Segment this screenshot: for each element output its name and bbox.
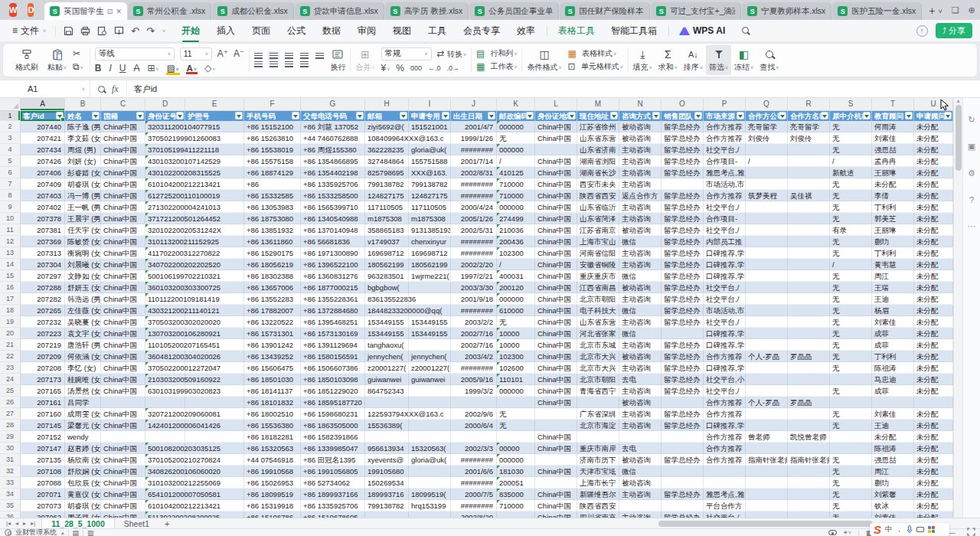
cell[interactable]: China中国 xyxy=(101,236,145,247)
cell[interactable]: 王一帆 (男 xyxy=(65,201,101,213)
cell[interactable]: 未分配 xyxy=(914,489,953,500)
fill-button[interactable]: ⤓填充˅ xyxy=(630,45,655,75)
cell[interactable]: 153449155 xyxy=(409,328,451,339)
copy-icon[interactable]: ⧉˅ xyxy=(73,61,83,72)
cell[interactable]: 无 xyxy=(830,270,872,282)
cell[interactable]: 市场活动,市 xyxy=(704,305,746,316)
cell[interactable]: v1749037 xyxy=(365,236,409,247)
cell[interactable]: 2001/6/6 xyxy=(451,466,497,477)
cell[interactable]: 207369 xyxy=(21,236,65,247)
column-header[interactable]: A xyxy=(21,98,65,110)
cell[interactable]: 刘素佳 xyxy=(872,511,914,518)
cell[interactable]: 207426 xyxy=(21,155,65,167)
borders-button[interactable]: ⊞˅ xyxy=(147,63,158,74)
cell[interactable]: 主动咨询 xyxy=(619,362,662,374)
cell[interactable]: 207145 xyxy=(21,420,65,431)
cell[interactable] xyxy=(101,397,145,408)
cell[interactable]: wendy xyxy=(65,431,101,443)
cell[interactable]: 207232 xyxy=(21,316,65,328)
cell[interactable]: 未分配 xyxy=(914,144,953,155)
cell[interactable]: 电子科技大 xyxy=(577,305,619,316)
cell[interactable]: China中国 xyxy=(101,270,145,282)
cell[interactable]: 留学总经办 xyxy=(662,489,704,500)
cell[interactable]: 15536389( xyxy=(365,420,409,431)
cell[interactable]: 成雨雯 (女 xyxy=(65,408,101,420)
cell[interactable]: 李倩 xyxy=(872,190,914,201)
cell[interactable]: +44 7460762888 xyxy=(301,132,365,144)
cell[interactable]: 207409 xyxy=(21,178,65,190)
cell[interactable]: +86 15319918 xyxy=(244,500,301,511)
cell[interactable] xyxy=(365,431,409,443)
cell[interactable]: 无 xyxy=(497,132,535,144)
cell[interactable]: 207108 xyxy=(21,466,65,477)
cell[interactable]: 留学总经办 xyxy=(662,167,704,178)
cell[interactable]: 亮哥留学 xyxy=(788,121,830,132)
cell[interactable] xyxy=(746,247,788,259)
cell[interactable]: 836135522836 xyxy=(365,293,409,305)
menu-item[interactable]: 开始 xyxy=(173,22,208,40)
cell[interactable] xyxy=(535,408,577,420)
cell[interactable]: 刘素佳 xyxy=(872,408,914,420)
cell[interactable] xyxy=(409,282,451,293)
cell[interactable]: 151521001 xyxy=(409,121,451,132)
cell[interactable]: +86 田冠名1395 xyxy=(301,454,365,466)
cell[interactable]: 重庆重庆市 xyxy=(577,270,619,282)
cell[interactable]: guiwanwei xyxy=(409,374,451,385)
cell[interactable]: 000000 xyxy=(497,144,535,155)
cell[interactable]: 被动咨询 xyxy=(619,224,662,236)
cell[interactable]: 2002/5/31 xyxy=(451,224,497,236)
cell[interactable]: 合作项目- xyxy=(704,155,746,167)
filter-dropdown-button[interactable] xyxy=(863,112,871,119)
increase-decimal-icon[interactable]: ←.0 xyxy=(428,64,441,72)
column-header[interactable]: R xyxy=(788,98,830,110)
cell[interactable]: 2003/2/2 xyxy=(451,316,497,328)
cell[interactable]: 北京市大兴 xyxy=(577,351,619,362)
cell[interactable] xyxy=(788,420,830,431)
cell[interactable]: 2005/9/16 xyxy=(451,374,497,385)
cell[interactable]: ######## xyxy=(451,190,497,201)
cell[interactable] xyxy=(409,397,451,408)
cell[interactable]: 济南市历下 xyxy=(577,454,619,466)
panel-icon[interactable]: ▣ xyxy=(968,142,975,152)
cell[interactable] xyxy=(577,431,619,443)
cell[interactable]: 主动咨询 xyxy=(619,316,662,328)
cell[interactable]: 124827175 xyxy=(409,190,451,201)
column-header[interactable]: H xyxy=(365,98,409,110)
cell[interactable]: 王晨宇 (男 xyxy=(65,213,101,224)
cell[interactable]: 社交平台,/ xyxy=(704,224,746,236)
cell[interactable]: 丁利利 xyxy=(872,201,914,213)
find-button[interactable]: 查找˅ xyxy=(756,45,782,75)
cell[interactable]: +86 15152100 xyxy=(244,121,301,132)
font-name-select[interactable]: 等线˅ xyxy=(95,47,175,60)
cell[interactable]: +86 1863505000 xyxy=(301,420,365,431)
cell[interactable]: 留学总经办 xyxy=(662,316,704,328)
cell[interactable]: +86 1396522100 xyxy=(301,259,365,270)
cell[interactable] xyxy=(619,500,662,511)
cell[interactable] xyxy=(185,397,244,408)
search-button[interactable] xyxy=(733,23,757,38)
cell[interactable]: 18099519( xyxy=(409,489,451,500)
cell[interactable]: 郭美芝 xyxy=(872,213,914,224)
cell[interactable]: 彭睿婧 (女 xyxy=(65,167,101,178)
cell[interactable]: China中国 xyxy=(535,247,577,259)
cell[interactable]: 主动咨询 xyxy=(619,213,662,224)
cell[interactable]: 蒯玏 xyxy=(872,477,914,489)
document-tab[interactable]: S宁夏教师样本.xlsx xyxy=(742,2,831,20)
cell[interactable]: +86 1851229020 xyxy=(301,385,365,397)
cell[interactable]: 799138782 xyxy=(365,178,409,190)
cell[interactable]: 未分配 xyxy=(914,282,953,293)
filter-dropdown-button[interactable] xyxy=(944,112,952,119)
cell[interactable]: 胡睿琪 (女 xyxy=(65,178,101,190)
cell[interactable]: +86 1354866895 xyxy=(301,155,365,167)
cell[interactable] xyxy=(365,511,409,518)
cell[interactable]: 无 xyxy=(830,236,872,247)
cell[interactable]: +86 13851932 xyxy=(244,224,301,236)
cell[interactable]: 189993716 xyxy=(365,489,409,500)
cell[interactable]: +86 13611860 xyxy=(244,236,301,247)
filter-button[interactable]: 筛选˅ xyxy=(706,45,731,75)
cell[interactable]: 留学总经办 xyxy=(662,213,704,224)
tools-icon[interactable]: ⚙ xyxy=(968,168,975,178)
cell[interactable]: 430102200208315525 xyxy=(145,167,185,178)
cell[interactable]: 180562199 xyxy=(409,259,451,270)
cell[interactable]: 新疆维吾尔 xyxy=(577,489,619,500)
